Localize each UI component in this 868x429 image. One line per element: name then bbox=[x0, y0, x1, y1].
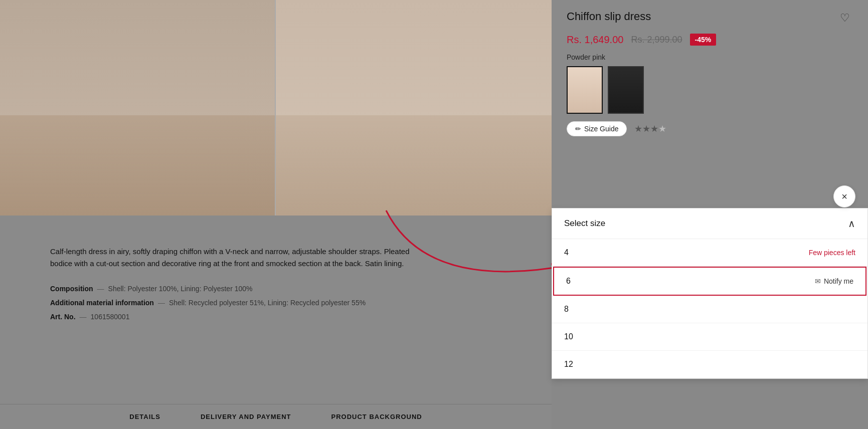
discount-badge: -45% bbox=[690, 34, 717, 46]
color-label: Powder pink bbox=[567, 53, 853, 61]
few-pieces-left-badge: Few pieces left bbox=[809, 249, 855, 257]
price-row: Rs. 1,649.00 Rs. 2,999.00 -45% bbox=[567, 34, 853, 46]
mail-icon: ✉ bbox=[815, 277, 821, 285]
color-swatches bbox=[567, 66, 853, 114]
size-option-number-6: 6 bbox=[566, 277, 571, 286]
art-no-label: Art. No. bbox=[50, 313, 76, 321]
price-original: Rs. 2,999.00 bbox=[631, 35, 682, 45]
star-3: ★ bbox=[650, 123, 658, 134]
size-guide-label: Size Guide bbox=[584, 125, 618, 133]
heart-icon: ♡ bbox=[840, 13, 850, 24]
color-swatch-black[interactable] bbox=[608, 66, 644, 114]
close-button[interactable]: × bbox=[833, 185, 855, 207]
size-option-number-10: 10 bbox=[564, 332, 573, 341]
product-title: Chiffon slip dress bbox=[567, 10, 651, 23]
product-description-area: Calf-length dress in airy, softly drapin… bbox=[0, 216, 552, 429]
product-description: Calf-length dress in airy, softly drapin… bbox=[50, 246, 426, 270]
star-1: ★ bbox=[634, 123, 642, 134]
composition-label: Composition bbox=[50, 285, 93, 293]
size-option-number-4: 4 bbox=[564, 248, 569, 257]
tab-delivery[interactable]: DELIVERY AND PAYMENT bbox=[201, 413, 291, 420]
price-current: Rs. 1,649.00 bbox=[567, 34, 623, 46]
size-option-8[interactable]: 8 bbox=[552, 296, 867, 323]
tab-details[interactable]: DETAILS bbox=[129, 413, 160, 420]
notify-me-button[interactable]: ✉ Notify me bbox=[815, 277, 853, 285]
bottom-tabs: DETAILS DELIVERY AND PAYMENT PRODUCT BAC… bbox=[0, 404, 552, 429]
size-option-4[interactable]: 4 Few pieces left bbox=[552, 239, 867, 267]
size-options-list: 4 Few pieces left 6 ✉ Notify me 8 10 12 bbox=[552, 239, 867, 378]
wishlist-button[interactable]: ♡ bbox=[837, 10, 853, 26]
composition-value: Shell: Polyester 100%, Lining: Polyester… bbox=[108, 285, 253, 293]
size-selector-panel: Select size ∧ 4 Few pieces left 6 ✉ Noti… bbox=[552, 208, 868, 379]
size-guide-button[interactable]: ✏ Size Guide bbox=[567, 121, 627, 136]
product-image-1 bbox=[0, 0, 276, 216]
size-option-6[interactable]: 6 ✉ Notify me bbox=[553, 267, 866, 296]
size-option-number-12: 12 bbox=[564, 360, 573, 369]
material-info-row: Additional material information — Shell:… bbox=[50, 299, 501, 307]
notify-me-label: Notify me bbox=[824, 277, 853, 285]
size-selector-title: Select size bbox=[564, 219, 605, 229]
material-info-value: Shell: Recycled polyester 51%, Lining: R… bbox=[169, 299, 366, 307]
material-info-label: Additional material information bbox=[50, 299, 154, 307]
star-4: ★ bbox=[658, 123, 666, 134]
product-title-row: Chiffon slip dress ♡ bbox=[567, 10, 853, 26]
size-option-number-8: 8 bbox=[564, 305, 569, 314]
product-images bbox=[0, 0, 552, 216]
art-no-value: 1061580001 bbox=[91, 313, 130, 321]
art-no-row: Art. No. — 1061580001 bbox=[50, 313, 501, 321]
star-2: ★ bbox=[642, 123, 650, 134]
tab-product-background[interactable]: PRODUCT BACKGROUND bbox=[331, 413, 422, 420]
product-image-2 bbox=[276, 0, 552, 216]
color-swatch-pink[interactable] bbox=[567, 66, 603, 114]
chevron-up-icon[interactable]: ∧ bbox=[848, 218, 855, 230]
stars-row: ★ ★ ★ ★ bbox=[634, 123, 666, 134]
composition-row: Composition — Shell: Polyester 100%, Lin… bbox=[50, 285, 501, 293]
pencil-icon: ✏ bbox=[575, 125, 581, 133]
product-panel: Chiffon slip dress ♡ Rs. 1,649.00 Rs. 2,… bbox=[552, 0, 868, 216]
size-guide-row: ✏ Size Guide ★ ★ ★ ★ bbox=[567, 121, 853, 136]
size-option-12[interactable]: 12 bbox=[552, 351, 867, 378]
size-option-10[interactable]: 10 bbox=[552, 323, 867, 351]
close-icon: × bbox=[841, 191, 847, 202]
size-selector-header: Select size ∧ bbox=[552, 208, 867, 239]
